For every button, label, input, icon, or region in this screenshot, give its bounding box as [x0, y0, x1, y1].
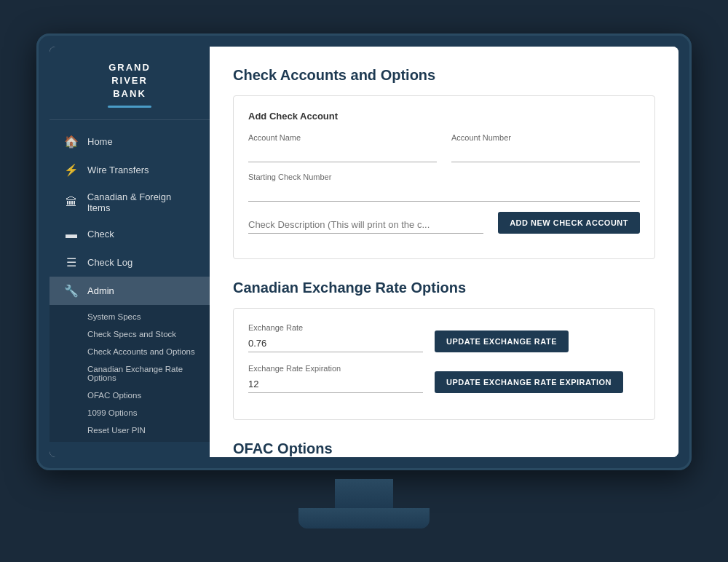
account-name-label: Account Name: [248, 133, 437, 142]
sidebar-item-check[interactable]: ▬ Check: [50, 221, 210, 248]
exchange-rate-row: Exchange Rate UPDATE EXCHANGE RATE: [248, 323, 640, 352]
account-name-input[interactable]: [248, 145, 437, 162]
sidebar-item-home-label: Home: [87, 136, 113, 147]
monitor-screen: GRAND RIVER BANK 🏠 Home ⚡ Wire Transfers: [50, 47, 678, 457]
check-account-form-row-3: ADD NEW CHECK ACCOUNT: [248, 212, 640, 234]
update-exchange-rate-button[interactable]: UPDATE EXCHANGE RATE: [435, 331, 569, 352]
exchange-rate-card: Exchange Rate UPDATE EXCHANGE RATE Excha…: [233, 308, 655, 420]
starting-check-number-input[interactable]: [248, 184, 640, 202]
admin-icon: 🔧: [64, 284, 79, 298]
subnav-reset-user-pin[interactable]: Reset User PIN: [50, 422, 210, 439]
exchange-expiration-row: Exchange Rate Expiration UPDATE EXCHANGE…: [248, 364, 640, 393]
main-content: Check Accounts and Options Add Check Acc…: [210, 47, 678, 457]
sidebar-item-admin-label: Admin: [87, 285, 114, 296]
logo-text: GRAND RIVER BANK: [64, 61, 195, 101]
starting-check-number-field: Starting Check Number: [248, 173, 640, 202]
sidebar-item-admin[interactable]: 🔧 Admin: [50, 277, 210, 305]
exchange-rate-title: Canadian Exchange Rate Options: [233, 280, 655, 296]
exchange-rate-label: Exchange Rate: [248, 323, 423, 332]
subnav-1099-options[interactable]: 1099 Options: [50, 404, 210, 422]
sidebar-item-check-log-label: Check Log: [87, 257, 132, 268]
update-exchange-expiration-button[interactable]: UPDATE EXCHANGE RATE EXPIRATION: [435, 371, 623, 393]
exchange-expiration-input[interactable]: [248, 376, 423, 393]
exchange-rate-field: Exchange Rate: [248, 323, 423, 352]
check-log-icon: ☰: [64, 256, 79, 269]
subnav-check-accounts-options[interactable]: Check Accounts and Options: [50, 343, 210, 360]
exchange-expiration-field: Exchange Rate Expiration: [248, 364, 423, 393]
check-account-form-row-2: Starting Check Number: [248, 173, 640, 202]
logo-underline: [108, 106, 151, 108]
stand-neck: [335, 479, 393, 508]
sidebar: GRAND RIVER BANK 🏠 Home ⚡ Wire Transfers: [50, 47, 210, 457]
account-number-input[interactable]: [451, 145, 640, 162]
home-icon: 🏠: [64, 135, 79, 149]
sidebar-item-canadian-foreign-label: Canadian & Foreign Items: [87, 191, 195, 213]
stand-base: [298, 508, 430, 529]
account-name-field: Account Name: [248, 133, 437, 162]
sidebar-item-check-log[interactable]: ☰ Check Log: [50, 248, 210, 277]
ofac-title: OFAC Options: [233, 440, 655, 457]
sidebar-item-wire-transfers[interactable]: ⚡ Wire Transfers: [50, 156, 210, 184]
canadian-foreign-icon: 🏛: [64, 196, 79, 209]
check-account-card-title: Add Check Account: [248, 111, 640, 122]
check-icon: ▬: [64, 228, 79, 241]
sidebar-logo: GRAND RIVER BANK: [50, 47, 210, 120]
check-account-card: Add Check Account Account Name Account N…: [233, 95, 655, 259]
exchange-rate-input[interactable]: [248, 335, 423, 352]
starting-check-number-label: Starting Check Number: [248, 173, 640, 181]
nav-items: 🏠 Home ⚡ Wire Transfers 🏛 Canadian & For…: [50, 120, 210, 449]
subnav-check-specs-stock[interactable]: Check Specs and Stock: [50, 325, 210, 343]
monitor-bezel: GRAND RIVER BANK 🏠 Home ⚡ Wire Transfers: [36, 33, 692, 470]
monitor-stand: [298, 479, 430, 529]
check-description-input[interactable]: [248, 216, 483, 234]
add-check-account-button[interactable]: ADD NEW CHECK ACCOUNT: [498, 212, 640, 234]
sidebar-item-canadian-foreign[interactable]: 🏛 Canadian & Foreign Items: [50, 184, 210, 221]
sidebar-item-wire-transfers-label: Wire Transfers: [87, 165, 149, 175]
subnav-canadian-exchange[interactable]: Canadian Exchange Rate Options: [50, 360, 210, 387]
page-title: Check Accounts and Options: [233, 67, 655, 84]
wire-transfers-icon: ⚡: [64, 163, 79, 177]
account-number-label: Account Number: [451, 133, 640, 142]
admin-subnav: System Specs Check Specs and Stock Check…: [50, 305, 210, 442]
subnav-system-specs[interactable]: System Specs: [50, 308, 210, 325]
subnav-ofac-options[interactable]: OFAC Options: [50, 387, 210, 404]
exchange-expiration-label: Exchange Rate Expiration: [248, 364, 423, 373]
account-number-field: Account Number: [451, 133, 640, 162]
check-description-field: [248, 216, 483, 234]
check-account-form-row-1: Account Name Account Number: [248, 133, 640, 162]
sidebar-item-home[interactable]: 🏠 Home: [50, 127, 210, 156]
monitor: GRAND RIVER BANK 🏠 Home ⚡ Wire Transfers: [36, 33, 692, 529]
sidebar-item-check-label: Check: [87, 229, 114, 240]
